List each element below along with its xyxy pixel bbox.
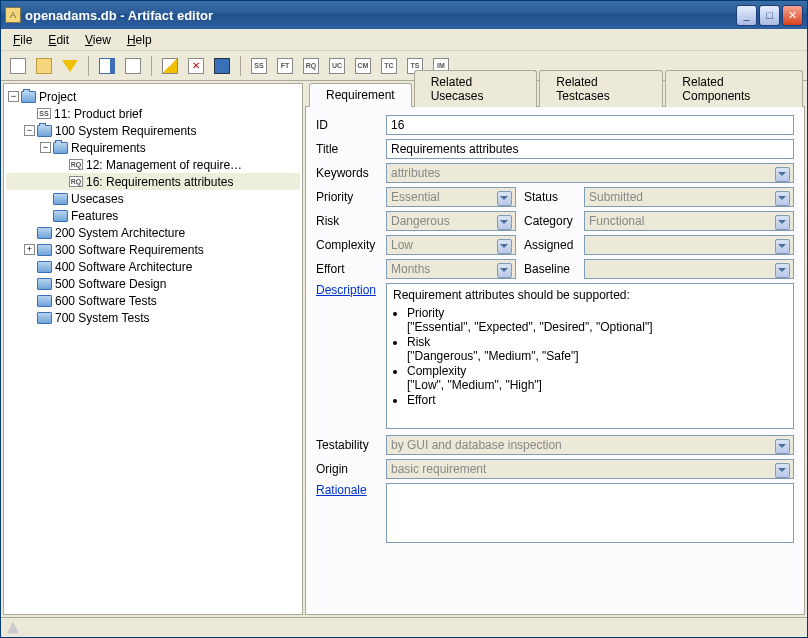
tool-rq[interactable]: RQ xyxy=(300,55,322,77)
label-origin: Origin xyxy=(316,462,386,476)
select-value: attributes xyxy=(391,166,440,180)
ss-icon: SS xyxy=(251,58,267,74)
tool-ss[interactable]: SS xyxy=(248,55,270,77)
ss-badge-icon: SS xyxy=(37,108,51,119)
expander-icon[interactable]: − xyxy=(8,91,19,102)
select-status[interactable]: Submitted xyxy=(584,187,794,207)
folder-icon xyxy=(21,91,36,103)
tree-root[interactable]: − Project xyxy=(6,88,300,105)
menu-file[interactable]: File xyxy=(5,31,40,49)
main-area: − Project SS 11: Product brief − 100 Sys… xyxy=(1,81,807,617)
close-button[interactable]: ✕ xyxy=(782,5,803,26)
tool-new[interactable] xyxy=(7,55,29,77)
desc-item: Risk["Dangerous", "Medium", "Safe"] xyxy=(407,335,787,363)
label-status: Status xyxy=(524,190,584,204)
tree-label: 200 System Architecture xyxy=(55,226,185,240)
select-origin[interactable]: basic requirement xyxy=(386,459,794,479)
tree-item[interactable]: RQ 12: Management of require… xyxy=(6,156,300,173)
tool-filter[interactable] xyxy=(59,55,81,77)
select-baseline[interactable] xyxy=(584,259,794,279)
select-value: by GUI and database inspection xyxy=(391,438,562,452)
tool-tc[interactable]: TC xyxy=(378,55,400,77)
content-panel: Requirement Related Usecases Related Tes… xyxy=(305,83,805,615)
menu-help[interactable]: Help xyxy=(119,31,160,49)
tree-item[interactable]: − Requirements xyxy=(6,139,300,156)
folder-icon xyxy=(37,295,52,307)
tree-item[interactable]: SS 11: Product brief xyxy=(6,105,300,122)
tool-cm[interactable]: CM xyxy=(352,55,374,77)
label-id: ID xyxy=(316,118,386,132)
select-assigned[interactable] xyxy=(584,235,794,255)
tree-label: 500 Software Design xyxy=(55,277,166,291)
select-value: Functional xyxy=(589,214,644,228)
link-rationale[interactable]: Rationale xyxy=(316,483,386,497)
folder-icon xyxy=(37,244,52,256)
select-value: Dangerous xyxy=(391,214,450,228)
tool-doc1[interactable] xyxy=(96,55,118,77)
maximize-button[interactable]: □ xyxy=(759,5,780,26)
folder-icon xyxy=(53,193,68,205)
tool-delete[interactable] xyxy=(185,55,207,77)
rq-badge-icon: RQ xyxy=(69,159,83,170)
label-complexity: Complexity xyxy=(316,238,386,252)
tree-item[interactable]: 700 System Tests xyxy=(6,309,300,326)
tool-stamp[interactable] xyxy=(211,55,233,77)
tree-label: 400 Software Architecture xyxy=(55,260,192,274)
tab-related-usecases[interactable]: Related Usecases xyxy=(414,70,538,107)
tab-requirement[interactable]: Requirement xyxy=(309,83,412,107)
titlebar: A openadams.db - Artifact editor _ □ ✕ xyxy=(1,1,807,29)
tree-label: 600 Software Tests xyxy=(55,294,157,308)
tree-item[interactable]: 500 Software Design xyxy=(6,275,300,292)
select-keywords[interactable]: attributes xyxy=(386,163,794,183)
tree-item[interactable]: + 300 Software Requirements xyxy=(6,241,300,258)
tool-ft[interactable]: FT xyxy=(274,55,296,77)
tree-item[interactable]: 600 Software Tests xyxy=(6,292,300,309)
expander-icon[interactable]: − xyxy=(24,125,35,136)
tool-uc[interactable]: UC xyxy=(326,55,348,77)
tab-related-testcases[interactable]: Related Testcases xyxy=(539,70,663,107)
stamp-icon xyxy=(214,58,230,74)
select-value: basic requirement xyxy=(391,462,486,476)
tree-item[interactable]: 200 System Architecture xyxy=(6,224,300,241)
tree-item[interactable]: 400 Software Architecture xyxy=(6,258,300,275)
doc-blue-icon xyxy=(99,58,115,74)
input-title[interactable] xyxy=(386,139,794,159)
tree-item[interactable]: − 100 System Requirements xyxy=(6,122,300,139)
input-id[interactable] xyxy=(386,115,794,135)
label-category: Category xyxy=(524,214,584,228)
select-priority[interactable]: Essential xyxy=(386,187,516,207)
tool-open[interactable] xyxy=(33,55,55,77)
select-risk[interactable]: Dangerous xyxy=(386,211,516,231)
menu-edit[interactable]: Edit xyxy=(40,31,77,49)
tree-label: 16: Requirements attributes xyxy=(86,175,233,189)
select-complexity[interactable]: Low xyxy=(386,235,516,255)
input-rationale[interactable] xyxy=(386,483,794,543)
minimize-button[interactable]: _ xyxy=(736,5,757,26)
select-category[interactable]: Functional xyxy=(584,211,794,231)
tree-item-selected[interactable]: RQ 16: Requirements attributes xyxy=(6,173,300,190)
desc-item: Priority["Essential", "Expected", "Desir… xyxy=(407,306,787,334)
description-box[interactable]: Requirement attributes should be support… xyxy=(386,283,794,429)
toolbar-sep xyxy=(88,56,89,76)
toolbar-sep xyxy=(151,56,152,76)
tab-strip: Requirement Related Usecases Related Tes… xyxy=(305,83,805,107)
tab-related-components[interactable]: Related Components xyxy=(665,70,803,107)
tool-edit[interactable] xyxy=(159,55,181,77)
select-testability[interactable]: by GUI and database inspection xyxy=(386,435,794,455)
tree-item[interactable]: Usecases xyxy=(6,190,300,207)
select-value: Months xyxy=(391,262,430,276)
rq-badge-icon: RQ xyxy=(69,176,83,187)
doc-new-icon xyxy=(10,58,26,74)
menu-view[interactable]: View xyxy=(77,31,119,49)
link-description[interactable]: Description xyxy=(316,283,386,297)
expander-icon[interactable]: − xyxy=(40,142,51,153)
select-effort[interactable]: Months xyxy=(386,259,516,279)
expander-icon[interactable]: + xyxy=(24,244,35,255)
cm-icon: CM xyxy=(355,58,371,74)
select-value: Submitted xyxy=(589,190,643,204)
tool-doc2[interactable] xyxy=(122,55,144,77)
tree-panel[interactable]: − Project SS 11: Product brief − 100 Sys… xyxy=(3,83,303,615)
tree-item[interactable]: Features xyxy=(6,207,300,224)
folder-icon xyxy=(37,278,52,290)
label-effort: Effort xyxy=(316,262,386,276)
